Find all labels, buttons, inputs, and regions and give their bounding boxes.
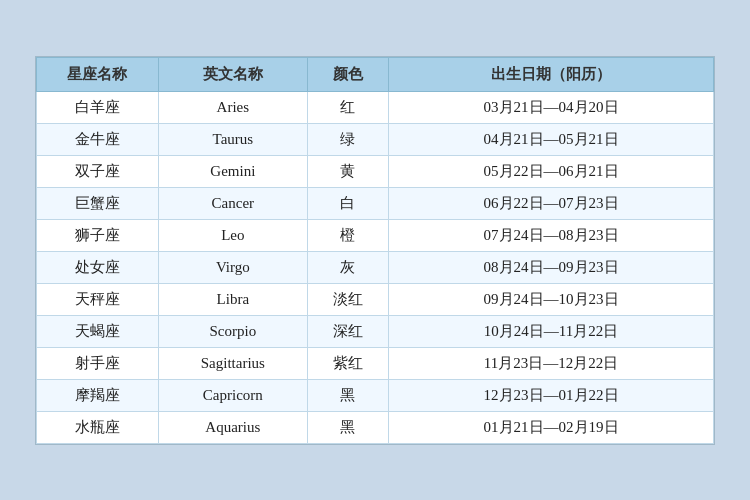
- cell-date-6: 09月24日—10月23日: [389, 283, 714, 315]
- cell-chinese-7: 天蝎座: [37, 315, 159, 347]
- cell-chinese-2: 双子座: [37, 155, 159, 187]
- header-english: 英文名称: [158, 57, 307, 91]
- table-row: 处女座Virgo灰08月24日—09月23日: [37, 251, 714, 283]
- table-row: 狮子座Leo橙07月24日—08月23日: [37, 219, 714, 251]
- cell-color-10: 黑: [307, 411, 388, 443]
- table-row: 摩羯座Capricorn黑12月23日—01月22日: [37, 379, 714, 411]
- cell-color-4: 橙: [307, 219, 388, 251]
- cell-chinese-1: 金牛座: [37, 123, 159, 155]
- cell-english-7: Scorpio: [158, 315, 307, 347]
- cell-english-5: Virgo: [158, 251, 307, 283]
- cell-english-4: Leo: [158, 219, 307, 251]
- cell-english-1: Taurus: [158, 123, 307, 155]
- table-header-row: 星座名称 英文名称 颜色 出生日期（阳历）: [37, 57, 714, 91]
- cell-chinese-4: 狮子座: [37, 219, 159, 251]
- cell-chinese-0: 白羊座: [37, 91, 159, 123]
- cell-date-1: 04月21日—05月21日: [389, 123, 714, 155]
- cell-chinese-3: 巨蟹座: [37, 187, 159, 219]
- cell-date-3: 06月22日—07月23日: [389, 187, 714, 219]
- cell-english-8: Sagittarius: [158, 347, 307, 379]
- header-chinese: 星座名称: [37, 57, 159, 91]
- cell-color-3: 白: [307, 187, 388, 219]
- cell-color-8: 紫红: [307, 347, 388, 379]
- table-row: 双子座Gemini黄05月22日—06月21日: [37, 155, 714, 187]
- table-row: 巨蟹座Cancer白06月22日—07月23日: [37, 187, 714, 219]
- cell-color-6: 淡红: [307, 283, 388, 315]
- cell-date-2: 05月22日—06月21日: [389, 155, 714, 187]
- cell-date-9: 12月23日—01月22日: [389, 379, 714, 411]
- cell-date-8: 11月23日—12月22日: [389, 347, 714, 379]
- table-row: 射手座Sagittarius紫红11月23日—12月22日: [37, 347, 714, 379]
- cell-english-9: Capricorn: [158, 379, 307, 411]
- cell-english-2: Gemini: [158, 155, 307, 187]
- cell-english-10: Aquarius: [158, 411, 307, 443]
- zodiac-table-wrapper: 星座名称 英文名称 颜色 出生日期（阳历） 白羊座Aries红03月21日—04…: [35, 56, 715, 445]
- cell-date-7: 10月24日—11月22日: [389, 315, 714, 347]
- cell-date-5: 08月24日—09月23日: [389, 251, 714, 283]
- cell-chinese-8: 射手座: [37, 347, 159, 379]
- cell-color-0: 红: [307, 91, 388, 123]
- cell-english-3: Cancer: [158, 187, 307, 219]
- cell-date-0: 03月21日—04月20日: [389, 91, 714, 123]
- cell-english-6: Libra: [158, 283, 307, 315]
- cell-chinese-10: 水瓶座: [37, 411, 159, 443]
- table-row: 金牛座Taurus绿04月21日—05月21日: [37, 123, 714, 155]
- cell-english-0: Aries: [158, 91, 307, 123]
- cell-date-10: 01月21日—02月19日: [389, 411, 714, 443]
- header-color: 颜色: [307, 57, 388, 91]
- cell-chinese-5: 处女座: [37, 251, 159, 283]
- cell-color-2: 黄: [307, 155, 388, 187]
- cell-color-1: 绿: [307, 123, 388, 155]
- table-row: 白羊座Aries红03月21日—04月20日: [37, 91, 714, 123]
- cell-color-5: 灰: [307, 251, 388, 283]
- cell-chinese-9: 摩羯座: [37, 379, 159, 411]
- table-body: 白羊座Aries红03月21日—04月20日金牛座Taurus绿04月21日—0…: [37, 91, 714, 443]
- cell-chinese-6: 天秤座: [37, 283, 159, 315]
- table-row: 水瓶座Aquarius黑01月21日—02月19日: [37, 411, 714, 443]
- cell-color-7: 深红: [307, 315, 388, 347]
- cell-date-4: 07月24日—08月23日: [389, 219, 714, 251]
- table-row: 天秤座Libra淡红09月24日—10月23日: [37, 283, 714, 315]
- header-date: 出生日期（阳历）: [389, 57, 714, 91]
- cell-color-9: 黑: [307, 379, 388, 411]
- table-row: 天蝎座Scorpio深红10月24日—11月22日: [37, 315, 714, 347]
- zodiac-table: 星座名称 英文名称 颜色 出生日期（阳历） 白羊座Aries红03月21日—04…: [36, 57, 714, 444]
